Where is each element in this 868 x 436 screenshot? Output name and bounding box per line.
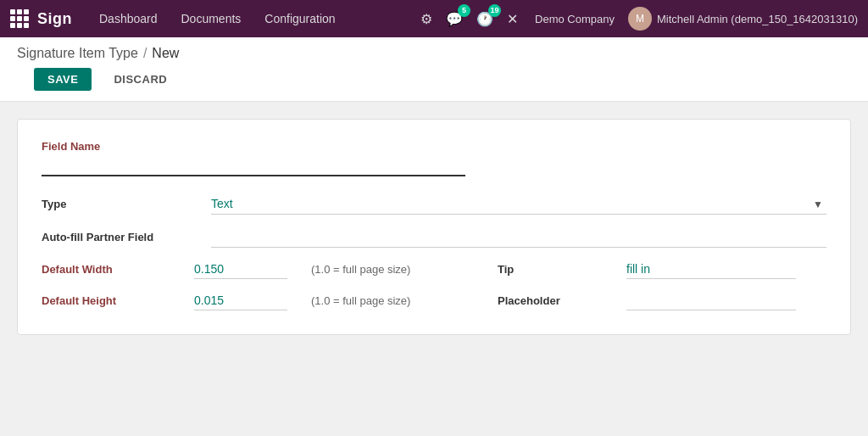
form-card: Field Name Type Text Signature Initial D… xyxy=(17,119,851,335)
form-toolbar: SAVE DISCARD xyxy=(17,61,851,101)
nav-configuration[interactable]: Configuration xyxy=(253,0,347,37)
field-name-input[interactable] xyxy=(42,156,465,176)
type-label: Type xyxy=(42,198,211,210)
notifications-badge: 5 xyxy=(458,4,470,17)
messages-icon-btn[interactable]: 🕐 19 xyxy=(473,8,497,31)
breadcrumb-toolbar-area: Signature Item Type / New SAVE DISCARD xyxy=(0,37,868,102)
bottom-grid: Default Width (1.0 = full page size) Tip… xyxy=(42,260,826,310)
avatar: M xyxy=(628,7,652,31)
autofill-value xyxy=(211,226,826,248)
breadcrumb: Signature Item Type / New xyxy=(17,46,851,61)
autofill-input[interactable] xyxy=(211,226,826,248)
autofill-label: Auto-fill Partner Field xyxy=(42,231,211,243)
default-width-hint: (1.0 = full page size) xyxy=(304,263,491,276)
company-name: Demo Company xyxy=(535,13,615,25)
user-menu[interactable]: M Mitchell Admin (demo_150_1642031310) xyxy=(628,7,858,31)
user-name: Mitchell Admin (demo_150_1642031310) xyxy=(657,13,858,25)
tip-label: Tip xyxy=(491,263,559,276)
default-width-input[interactable] xyxy=(194,260,287,279)
field-name-group: Field Name xyxy=(42,140,826,176)
top-navigation: Sign Dashboard Documents Configuration ⚙… xyxy=(0,0,868,37)
breadcrumb-current: New xyxy=(152,46,179,61)
apps-menu-icon[interactable] xyxy=(10,9,29,28)
field-name-label: Field Name xyxy=(42,140,826,153)
topnav-right: ⚙ 💬 5 🕐 19 ✕ Demo Company M Mitchell Adm… xyxy=(417,7,858,31)
nav-links: Dashboard Documents Configuration xyxy=(87,0,417,37)
default-height-label: Default Height xyxy=(42,294,194,307)
nav-documents[interactable]: Documents xyxy=(170,0,253,37)
discard-button[interactable]: DISCARD xyxy=(100,68,181,91)
type-select-wrapper: Text Signature Initial Date Checkbox ▼ xyxy=(211,193,826,215)
tip-input[interactable] xyxy=(626,260,796,279)
save-button[interactable]: SAVE xyxy=(34,68,92,91)
placeholder-label: Placeholder xyxy=(491,294,559,307)
main-content: Field Name Type Text Signature Initial D… xyxy=(0,102,868,429)
type-select[interactable]: Text Signature Initial Date Checkbox xyxy=(211,193,826,215)
breadcrumb-separator: / xyxy=(143,46,147,61)
autofill-row: Auto-fill Partner Field xyxy=(42,226,826,248)
breadcrumb-parent[interactable]: Signature Item Type xyxy=(17,46,138,61)
type-row: Type Text Signature Initial Date Checkbo… xyxy=(42,193,826,215)
nav-dashboard[interactable]: Dashboard xyxy=(87,0,170,37)
notifications-icon-btn[interactable]: 💬 5 xyxy=(442,8,466,31)
default-height-hint: (1.0 = full page size) xyxy=(304,294,491,307)
messages-badge: 19 xyxy=(488,4,501,17)
default-width-label: Default Width xyxy=(42,263,194,276)
placeholder-input[interactable] xyxy=(626,291,796,310)
default-height-input[interactable] xyxy=(194,291,287,310)
settings-icon-btn[interactable]: ⚙ xyxy=(417,8,436,31)
close-icon-btn[interactable]: ✕ xyxy=(504,8,521,31)
app-brand: Sign xyxy=(37,10,72,28)
